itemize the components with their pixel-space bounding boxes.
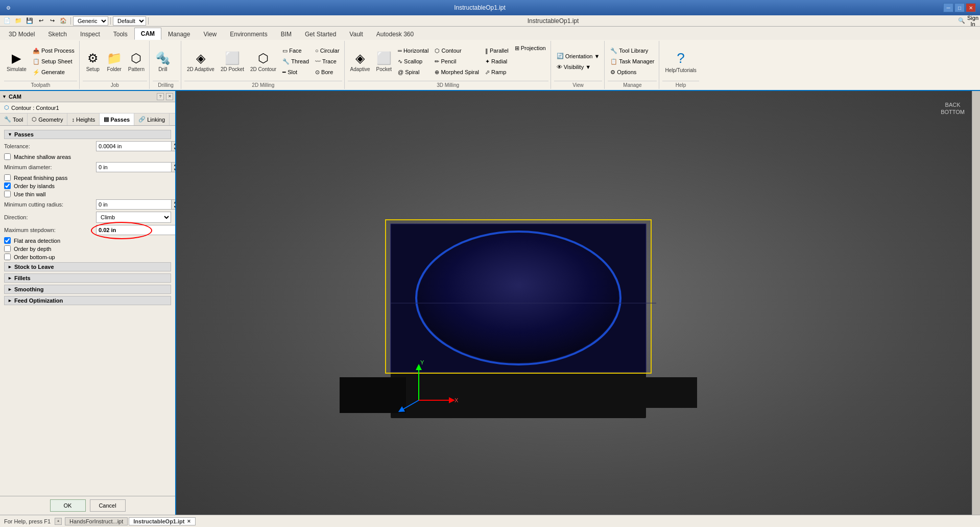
open-button[interactable]: 📁 xyxy=(13,16,23,26)
undo-button[interactable]: ↩ xyxy=(36,16,46,26)
morphed-spiral-button[interactable]: ⊕ Morphed Spiral xyxy=(432,67,482,77)
folder-button[interactable]: 📁 Folder xyxy=(104,44,125,78)
smoothing-header[interactable]: Smoothing xyxy=(4,285,171,294)
tab-cam[interactable]: CAM xyxy=(134,28,161,40)
slot-button[interactable]: ━ Slot xyxy=(280,67,312,77)
face-button[interactable]: ▭ Face xyxy=(280,45,312,56)
tab-manage[interactable]: Manage xyxy=(161,28,197,40)
circular-button[interactable]: ○ Circular xyxy=(313,45,342,56)
setup-button[interactable]: ⚙ Setup xyxy=(83,44,103,78)
task-manager-button[interactable]: 📋 Task Manager xyxy=(608,56,657,66)
tab-geometry[interactable]: ⬡ Geometry xyxy=(28,113,67,125)
radial-button[interactable]: ✦ Radial xyxy=(483,56,511,66)
viewport-scrollbar[interactable] xyxy=(972,91,980,515)
minimize-button[interactable]: ─ xyxy=(943,3,953,12)
bore-button[interactable]: ⊙ Bore xyxy=(313,67,342,77)
simulate-button[interactable]: ▶ Simulate xyxy=(4,44,29,78)
redo-button[interactable]: ↪ xyxy=(47,16,57,26)
projection-button[interactable]: ⊞ Projection xyxy=(512,43,548,53)
scallop-button[interactable]: ∿ Scallop xyxy=(395,56,431,66)
tab-autodesk360[interactable]: Autodesk 360 xyxy=(370,28,420,40)
stock-to-leave-header[interactable]: Stock to Leave xyxy=(4,262,171,271)
tab-vault[interactable]: Vault xyxy=(343,28,369,40)
tab-instructableop[interactable]: InstructableOp1.ipt ✕ xyxy=(129,517,195,525)
tab-tool[interactable]: 🔧 Tool xyxy=(0,113,28,125)
close-button[interactable]: ✕ xyxy=(966,3,976,12)
sign-in-button[interactable]: Sign In xyxy=(968,16,978,26)
generate-button[interactable]: ⚡ Generate xyxy=(30,67,77,77)
tab-inspect[interactable]: Inspect xyxy=(74,28,107,40)
min-cutting-down[interactable]: ▼ xyxy=(172,204,175,209)
tolerance-down[interactable]: ▼ xyxy=(172,146,175,151)
min-cutting-input[interactable] xyxy=(96,199,171,210)
save-button[interactable]: 💾 xyxy=(25,16,35,26)
visibility-button[interactable]: 👁 Visibility ▼ xyxy=(554,62,603,72)
direction-select[interactable]: Climb Conventional xyxy=(96,212,171,223)
tab-bim[interactable]: BIM xyxy=(274,28,298,40)
tab-passes[interactable]: ▤ Passes xyxy=(100,113,134,125)
viewport[interactable]: BACKBOTTOM xyxy=(176,91,980,515)
material-dropdown[interactable]: Generic xyxy=(73,16,108,26)
contour3d-button[interactable]: ⬡ Contour xyxy=(432,45,482,56)
parallel-button[interactable]: ‖ Parallel xyxy=(483,45,511,56)
options-button[interactable]: ⚙ Options xyxy=(608,67,657,77)
feed-optimization-header[interactable]: Feed Optimization xyxy=(4,296,171,305)
3d-pocket-button[interactable]: ⬜ Pocket xyxy=(374,44,395,78)
ramp-button[interactable]: ⬀ Ramp xyxy=(483,67,511,77)
panel-help-button[interactable]: ? xyxy=(157,93,164,100)
flat-area-checkbox[interactable] xyxy=(4,237,11,244)
horizontal-button[interactable]: ═ Horizontal xyxy=(395,45,431,56)
help-button[interactable]: ? Help/Tutorials xyxy=(662,44,699,78)
close-tab-icon[interactable]: ✕ xyxy=(187,519,191,524)
cam-expand-button[interactable]: ▼ xyxy=(2,94,7,99)
tab-environments[interactable]: Environments xyxy=(223,28,274,40)
pattern-button[interactable]: ⬡ Pattern xyxy=(126,44,147,78)
new-button[interactable]: 📄 xyxy=(2,16,12,26)
machine-shallow-checkbox[interactable] xyxy=(4,153,11,160)
orientation-button[interactable]: 🔄 Orientation ▼ xyxy=(554,51,603,61)
repeat-finishing-checkbox[interactable] xyxy=(4,174,11,181)
home-button[interactable]: 🏠 xyxy=(58,16,68,26)
min-diameter-up[interactable]: ▲ xyxy=(172,163,175,167)
search-button[interactable]: 🔍 xyxy=(957,16,967,26)
3d-adaptive-button[interactable]: ◈ Adaptive xyxy=(348,44,373,78)
passes-section-header[interactable]: Passes xyxy=(4,130,171,139)
post-process-button[interactable]: 📤 Post Process xyxy=(30,45,77,56)
spiral-button[interactable]: @ Spiral xyxy=(395,67,431,77)
new-tab-button[interactable]: + xyxy=(55,518,62,525)
tab-tools[interactable]: Tools xyxy=(107,28,134,40)
thread-button[interactable]: 🔧 Thread xyxy=(280,56,312,66)
setup-sheet-label: Setup Sheet xyxy=(41,58,73,64)
order-depth-checkbox[interactable] xyxy=(4,245,11,252)
min-diameter-input[interactable] xyxy=(96,162,171,172)
2d-pocket-button[interactable]: ⬜ 2D Pocket xyxy=(218,44,247,78)
min-diameter-down[interactable]: ▼ xyxy=(172,167,175,172)
min-cutting-up[interactable]: ▲ xyxy=(172,200,175,204)
display-dropdown[interactable]: Default xyxy=(113,16,146,26)
trace-button[interactable]: 〰 Trace xyxy=(313,56,342,66)
tab-heights[interactable]: ↕ Heights xyxy=(67,113,100,125)
max-stepdown-input[interactable] xyxy=(96,225,175,235)
cancel-button[interactable]: Cancel xyxy=(90,499,126,512)
fillets-header[interactable]: Fillets xyxy=(4,273,171,283)
tab-sketch[interactable]: Sketch xyxy=(41,28,74,40)
pencil-button[interactable]: ✏ Pencil xyxy=(432,56,482,66)
drill-button[interactable]: 🔩 Drill xyxy=(153,44,173,78)
ok-button[interactable]: OK xyxy=(50,499,86,512)
panel-close-button[interactable]: ✕ xyxy=(166,93,173,100)
tolerance-up[interactable]: ▲ xyxy=(172,142,175,146)
use-thin-wall-checkbox[interactable] xyxy=(4,191,11,197)
order-bottom-checkbox[interactable] xyxy=(4,254,11,260)
setup-sheet-button[interactable]: 📋 Setup Sheet xyxy=(30,56,77,66)
tab-linking[interactable]: 🔗 Linking xyxy=(134,113,170,125)
2d-contour-button[interactable]: ⬡ 2D Contour xyxy=(248,44,279,78)
2d-adaptive-button[interactable]: ◈ 2D Adaptive xyxy=(184,44,217,78)
tab-getstarted[interactable]: Get Started xyxy=(298,28,343,40)
tab-view[interactable]: View xyxy=(197,28,223,40)
order-islands-checkbox[interactable] xyxy=(4,182,11,189)
tab-3dmodel[interactable]: 3D Model xyxy=(2,28,41,40)
tool-library-button[interactable]: 🔧 Tool Library xyxy=(608,45,657,56)
tab-handsforinstruct[interactable]: HandsForInstruct...ipt xyxy=(65,517,128,525)
tolerance-input[interactable] xyxy=(96,141,171,151)
restore-button[interactable]: □ xyxy=(954,3,965,12)
